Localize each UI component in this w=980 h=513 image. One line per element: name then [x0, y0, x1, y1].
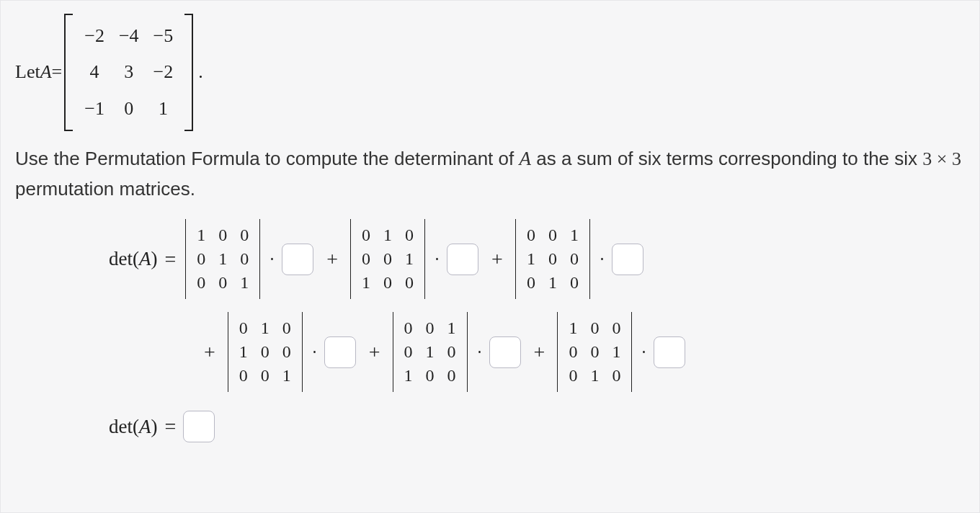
dot: ⋅: [600, 250, 605, 269]
dot: ⋅: [641, 343, 646, 362]
final-line: det(A) =: [109, 411, 965, 442]
term-6: 100001010 ⋅: [555, 312, 685, 392]
perm-matrix-grid-6: 100001010: [558, 312, 631, 392]
plus: +: [534, 341, 545, 364]
plus: +: [491, 248, 503, 271]
perm-matrix-grid-4: 010100001: [228, 312, 302, 392]
dot: ⋅: [270, 250, 275, 269]
det-label-final: det(A): [109, 416, 158, 438]
matrix-cell: 0: [212, 223, 233, 247]
matrix-cell: 0: [355, 247, 377, 271]
dot: ⋅: [312, 343, 317, 362]
plus: +: [204, 341, 215, 364]
matrix-cell: 0: [419, 364, 441, 388]
matrix-cell: −4: [112, 18, 146, 54]
answer-input-4[interactable]: [324, 336, 356, 368]
matrix-cell: 1: [419, 340, 441, 364]
equals-final: =: [165, 415, 177, 438]
left-bracket: [64, 14, 73, 131]
matrix-cell: 0: [398, 316, 419, 340]
perm-matrix-2: 010001100: [350, 219, 425, 299]
matrix-cell: 0: [355, 223, 377, 247]
close-paren: ): [151, 416, 158, 437]
matrix-cell: 1: [398, 364, 419, 388]
matrix-cell: 0: [520, 223, 542, 247]
matrix-cell: 1: [146, 91, 181, 127]
matrix-cell: 1: [355, 271, 377, 295]
term-1: 100010001 ⋅: [183, 219, 313, 299]
det-bar-right: [302, 312, 303, 392]
matrix-cell: 0: [190, 247, 212, 271]
answer-input-2[interactable]: [447, 244, 478, 275]
det-word: det: [109, 416, 133, 437]
matrix-cell: 0: [562, 340, 584, 364]
matrix-cell: 4: [77, 54, 112, 90]
matrix-cell: 1: [190, 223, 212, 247]
matrix-cell: 1: [276, 364, 298, 388]
matrix-cell: 0: [233, 247, 255, 271]
matrix-cell: 0: [605, 316, 627, 340]
matrix-cell: 0: [377, 271, 398, 295]
matrix-cell: 0: [562, 364, 584, 388]
symbol-A: A: [40, 58, 52, 86]
intro-line: Let A = −2−4−543−2−101 .: [15, 14, 965, 131]
matrix-cell: 1: [520, 247, 542, 271]
equals: =: [165, 248, 177, 271]
matrix-cell: 0: [190, 271, 212, 295]
matrix-cell: 1: [562, 316, 584, 340]
matrix-cell: 0: [112, 91, 146, 127]
final-answer-input[interactable]: [183, 411, 215, 442]
instruction-A: A: [519, 148, 531, 169]
work-area: det(A) = 100010001 ⋅ + 010001100: [15, 219, 965, 442]
matrix-cell: 0: [398, 271, 420, 295]
answer-input-6[interactable]: [654, 336, 685, 368]
matrix-A: −2−4−543−2−101: [64, 14, 193, 131]
perm-matrix-1: 100010001: [185, 219, 260, 299]
matrix-cell: 0: [564, 271, 585, 295]
instruction-part2: as a sum of six terms corresponding to t…: [531, 148, 922, 169]
instruction-part1: Use the Permutation Formula to compute t…: [15, 148, 519, 169]
dot: ⋅: [477, 343, 482, 362]
plus: +: [326, 248, 338, 271]
perm-matrix-6: 100001010: [557, 312, 632, 392]
det-word: det: [109, 248, 133, 269]
let-text: Let: [15, 58, 40, 86]
instruction-dims: 3 × 3: [922, 148, 961, 169]
matrix-cell: 1: [233, 271, 255, 295]
perm-matrix-5: 001010100: [393, 312, 468, 392]
matrix-cell: 0: [254, 340, 276, 364]
right-bracket: [184, 14, 193, 131]
matrix-cell: 0: [254, 364, 276, 388]
answer-input-5[interactable]: [489, 336, 521, 368]
matrix-cell: 0: [542, 223, 564, 247]
answer-input-1[interactable]: [282, 244, 313, 275]
det-bar-right: [631, 312, 632, 392]
instruction-part3: permutation matrices.: [15, 178, 195, 200]
det-label: det(A): [109, 248, 158, 270]
matrix-cell: 1: [584, 364, 605, 388]
matrix-cell: −2: [77, 18, 112, 54]
matrix-cell: 0: [564, 247, 585, 271]
perm-matrix-grid-1: 100010001: [186, 219, 259, 299]
open-paren: (: [133, 416, 139, 437]
perm-matrix-3: 001100010: [515, 219, 590, 299]
term-5: 001010100 ⋅: [391, 312, 521, 392]
matrix-cell: 0: [233, 364, 254, 388]
det-bar-right: [589, 219, 590, 299]
matrix-cell: 0: [419, 316, 441, 340]
matrix-A-grid: −2−4−543−2−101: [73, 14, 184, 131]
matrix-cell: 0: [276, 316, 298, 340]
term-3: 001100010 ⋅: [513, 219, 643, 299]
det-bar-right: [467, 312, 468, 392]
expression-line-2: + 010100001 ⋅ + 001010100 ⋅: [204, 312, 965, 392]
matrix-cell: 0: [441, 340, 463, 364]
term-2: 010001100 ⋅: [348, 219, 478, 299]
matrix-cell: 0: [233, 223, 255, 247]
matrix-cell: 0: [441, 364, 463, 388]
matrix-cell: 3: [112, 54, 146, 90]
answer-input-3[interactable]: [612, 244, 643, 275]
matrix-cell: −1: [77, 91, 112, 127]
matrix-cell: 1: [398, 247, 420, 271]
open-paren: (: [133, 248, 139, 269]
matrix-cell: 1: [377, 223, 398, 247]
